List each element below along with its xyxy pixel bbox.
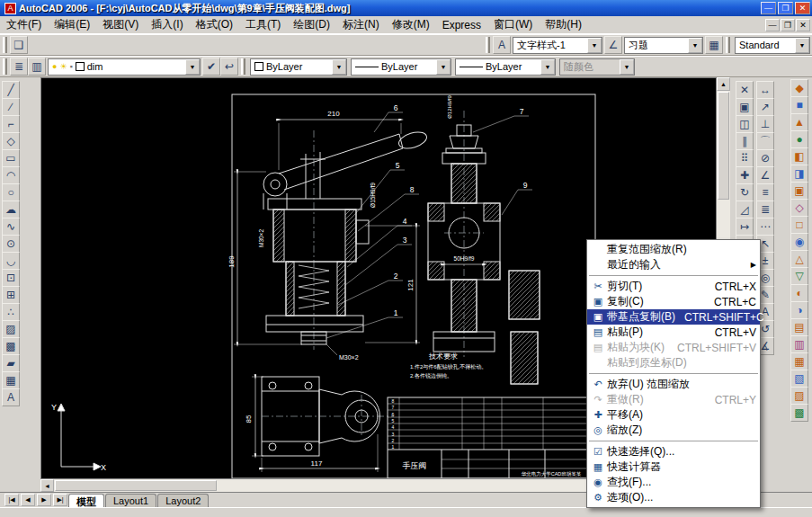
offset-icon[interactable]: ∥ [736,132,754,150]
combo-dropdown-icon[interactable]: ▼ [332,59,346,75]
vertical-scroll-thumb[interactable] [718,92,729,200]
spline-icon[interactable]: ∿ [2,218,20,236]
tab-prev-button[interactable]: ◀ [21,494,35,506]
dock-tool-icon[interactable]: ▨ [790,387,808,405]
scale-icon[interactable]: ◿ [736,201,754,218]
combo-dropdown-icon[interactable]: ▼ [587,38,602,53]
context-menu-item-recent-input[interactable]: 最近的输入 ▶ [587,257,760,272]
context-menu-item-options[interactable]: ⚙ 选项(O)... [587,490,760,505]
menu-help[interactable]: 帮助(H) [539,15,588,34]
dock-tool-icon[interactable]: ▣ [790,182,808,200]
polygon-icon[interactable]: ◇ [2,132,20,150]
baseline-dim-icon[interactable]: ≣ [756,201,774,218]
revision-cloud-icon[interactable]: ☁ [2,201,20,218]
layer-states-icon[interactable]: ▥ [28,58,46,76]
menu-dimension[interactable]: 标注(N) [336,15,386,34]
dock-tool-icon[interactable]: ▧ [790,370,808,388]
circle-icon[interactable]: ○ [2,183,20,201]
rotate-icon[interactable]: ↻ [736,183,754,201]
dock-tool-icon[interactable]: △ [790,250,808,268]
context-menu-item-pan[interactable]: ✚ 平移(A) [587,407,760,423]
tab-last-button[interactable]: ▶| [53,494,67,506]
context-menu-item-quick-calc[interactable]: ▦ 快速计算器 [587,459,760,475]
linear-dim-icon[interactable]: ↔ [756,81,774,99]
mirror-icon[interactable]: ◫ [736,115,754,133]
dock-tool-icon[interactable]: □ [790,216,808,234]
menu-format[interactable]: 格式(O) [190,15,239,34]
context-menu-item-redo[interactable]: ↷ 重做(R) CTRL+Y [587,392,760,407]
make-block-icon[interactable]: ⊞ [2,286,20,304]
close-button[interactable]: ✕ [795,2,810,14]
mdi-close-button[interactable]: ✕ [796,19,810,31]
combo-dropdown-icon[interactable]: ▼ [436,59,451,75]
dim-style-icon[interactable]: ∠ [604,36,622,54]
point-icon[interactable]: ∴ [2,303,20,321]
dock-tool-icon[interactable]: ▽ [790,267,808,285]
color-combobox[interactable]: ByLayer ▼ [250,58,347,76]
dock-tool-icon[interactable]: ◧ [790,147,808,165]
new-icon[interactable]: ❑ [10,36,28,54]
menu-edit[interactable]: 编辑(E) [48,15,96,34]
dock-tool-icon[interactable]: ■ [790,96,808,114]
dock-tool-icon[interactable]: ▥ [790,335,808,353]
region-icon[interactable]: ▰ [2,354,20,372]
combo-dropdown-icon[interactable]: ▼ [795,38,809,53]
continue-dim-icon[interactable]: ⋯ [756,218,774,236]
line-icon[interactable]: ╱ [2,81,20,99]
scroll-up-button[interactable]: ▲ [717,77,730,91]
move-icon[interactable]: ✚ [736,166,754,184]
arc-icon[interactable]: ◠ [2,166,20,184]
array-icon[interactable]: ⠿ [736,149,754,167]
menu-view[interactable]: 视图(V) [96,15,145,34]
toolbar-grip[interactable] [726,37,730,53]
context-menu-item-quick-select[interactable]: ☑ 快速选择(Q)... [587,444,760,459]
menu-tools[interactable]: 工具(T) [239,15,287,34]
layer-combobox[interactable]: ● ☀ ▪ dim ▼ [48,58,201,76]
context-menu-item-paste-as-block[interactable]: ▤ 粘贴为块(K) CTRL+SHIFT+V [587,340,760,355]
menu-file[interactable]: 文件(F) [0,15,48,34]
tab-next-button[interactable]: ▶ [37,494,51,506]
erase-icon[interactable]: ✕ [736,81,754,99]
menu-window[interactable]: 窗口(W) [487,15,539,34]
table-style-icon[interactable]: ▦ [705,36,723,54]
insert-block-icon[interactable]: ⊡ [2,269,20,287]
lineweight-combobox[interactable]: ByLayer ▼ [455,58,556,76]
mdi-minimize-button[interactable]: — [765,19,780,31]
dock-tool-icon[interactable]: ▤ [790,318,808,336]
tab-layout2[interactable]: Layout2 [157,494,209,507]
polyline-icon[interactable]: ⌐ [2,115,20,133]
text-style-icon[interactable]: A [493,36,511,54]
maximize-button[interactable]: ❐ [778,2,793,14]
horizontal-scroll-thumb[interactable] [55,480,217,491]
tab-model[interactable]: 模型 [68,494,104,507]
dock-tool-icon[interactable]: ● [790,130,808,148]
quick-dim-icon[interactable]: ≡ [756,183,774,201]
radius-dim-icon[interactable]: ⌒ [756,132,774,150]
aligned-dim-icon[interactable]: ↗ [756,98,774,116]
context-menu-item-find[interactable]: ◉ 查找(F)... [587,475,760,490]
toolbar-grip[interactable] [3,58,7,75]
context-menu-item-cut[interactable]: ✂ 剪切(T) CTRL+X [587,279,760,294]
minimize-button[interactable]: — [761,2,776,14]
ordinate-dim-icon[interactable]: ⊥ [756,115,774,133]
toolbar-grip[interactable] [3,37,7,53]
dock-tool-icon[interactable]: ◇ [790,199,808,217]
hatch-icon[interactable]: ▨ [2,320,20,338]
dim-style-combobox[interactable]: 习题 ▼ [624,37,703,54]
menu-express[interactable]: Express [436,17,487,33]
make-object-layer-current-icon[interactable]: ✔ [202,58,220,76]
dock-tool-icon[interactable]: ▩ [790,404,808,422]
dock-tool-icon[interactable]: ◨ [790,165,808,183]
gradient-icon[interactable]: ▩ [2,337,20,355]
context-menu-item-undo[interactable]: ↶ 放弃(U) 范围缩放 [587,377,760,392]
menu-modify[interactable]: 修改(M) [386,15,436,34]
dock-tool-icon[interactable]: ◉ [790,233,808,251]
tab-first-button[interactable]: |◀ [4,494,19,506]
table-style-combobox[interactable]: Standard ▼ [735,37,810,54]
context-menu-item-copy-with-base-point[interactable]: ▣ 带基点复制(B) CTRL+SHIFT+C [587,309,760,325]
multiline-text-icon[interactable]: A [2,388,20,406]
dock-tool-icon[interactable]: ▦ [790,352,808,370]
context-menu-item-paste-to-original-coords[interactable]: 粘贴到原坐标(D) [587,355,760,370]
menu-draw[interactable]: 绘图(D) [287,15,336,34]
layer-previous-icon[interactable]: ↩ [220,58,238,76]
